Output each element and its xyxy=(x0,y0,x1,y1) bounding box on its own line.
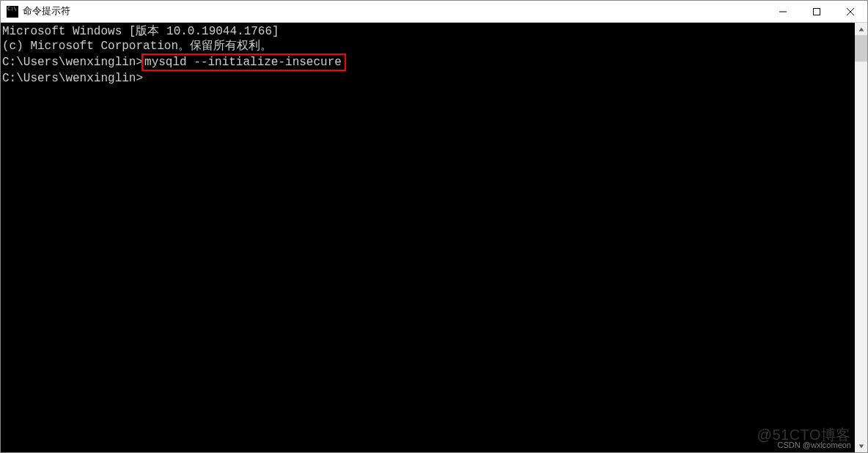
scroll-up-button[interactable] xyxy=(855,23,867,35)
cmd-window: 命令提示符 Microsoft Windows [版本 10.0.19044.1… xyxy=(0,0,868,453)
window-title: 命令提示符 xyxy=(23,5,70,18)
window-controls xyxy=(766,1,867,22)
scroll-down-button[interactable] xyxy=(855,440,867,452)
svg-marker-4 xyxy=(858,27,863,31)
svg-rect-1 xyxy=(814,8,820,15)
terminal-line: (c) Microsoft Corporation。保留所有权利。 xyxy=(2,39,855,54)
terminal-line: Microsoft Windows [版本 10.0.19044.1766] xyxy=(2,24,855,39)
prompt-text: C:\Users\wenxinglin> xyxy=(2,56,143,69)
terminal-line: C:\Users\wenxinglin> xyxy=(2,71,855,86)
svg-marker-5 xyxy=(858,444,863,448)
maximize-button[interactable] xyxy=(800,1,834,22)
terminal-wrapper: Microsoft Windows [版本 10.0.19044.1766](c… xyxy=(1,23,867,452)
terminal-line: C:\Users\wenxinglin>mysqld --initialize-… xyxy=(2,54,855,71)
titlebar[interactable]: 命令提示符 xyxy=(1,1,867,23)
terminal-output[interactable]: Microsoft Windows [版本 10.0.19044.1766](c… xyxy=(1,23,855,452)
scroll-track[interactable] xyxy=(855,35,867,440)
cmd-icon xyxy=(7,6,18,18)
vertical-scrollbar[interactable] xyxy=(855,23,867,452)
close-button[interactable] xyxy=(834,1,867,22)
highlighted-command: mysqld --initialize-insecure xyxy=(141,54,346,71)
scroll-thumb[interactable] xyxy=(855,35,867,62)
minimize-button[interactable] xyxy=(766,1,800,22)
